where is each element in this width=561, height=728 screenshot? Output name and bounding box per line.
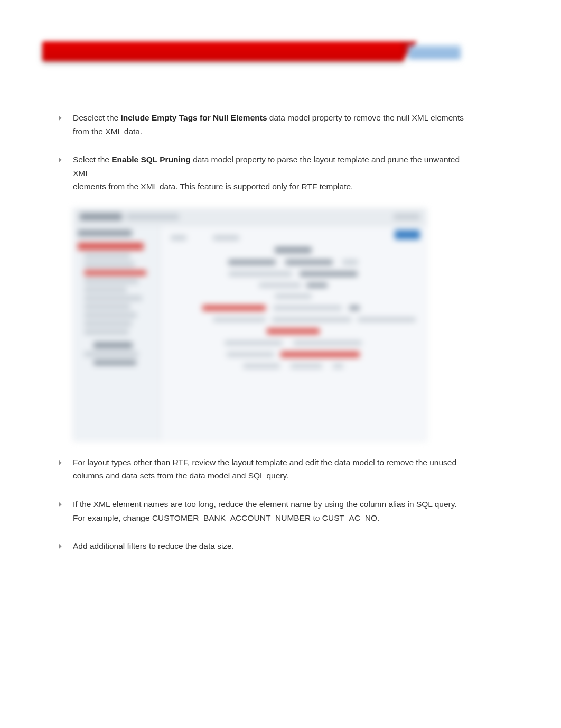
bullet-item: 🞂 For layout types other than RTF, revie… — [57, 456, 464, 483]
text-post: Add additional filters to reduce the dat… — [73, 541, 234, 550]
text-post: For layout types other than RTF, review … — [73, 458, 456, 481]
red-banner-bar — [42, 41, 404, 61]
text-post2: elements from the XML data. This feature… — [73, 182, 353, 191]
bullet-marker-icon: 🞂 — [57, 456, 73, 483]
screenshot-main — [160, 226, 426, 440]
text-pre: Select the — [73, 155, 111, 164]
bullet-marker-icon: 🞂 — [57, 153, 73, 193]
bullet-item: 🞂 Select the Enable SQL Pruning data mod… — [57, 153, 464, 193]
document-content: 🞂 Deselect the Include Empty Tags for Nu… — [57, 111, 464, 568]
bullet-text: For layout types other than RTF, review … — [73, 456, 464, 483]
bullet-marker-icon: 🞂 — [57, 539, 73, 553]
bullet-text: Add additional filters to reduce the dat… — [73, 539, 464, 553]
bullet-item: 🞂 Add additional filters to reduce the d… — [57, 539, 464, 553]
text-pre: Deselect the — [73, 113, 120, 122]
bullet-marker-icon: 🞂 — [57, 111, 73, 138]
screenshot-topbar — [73, 209, 426, 226]
screenshot-sidebar — [73, 226, 160, 440]
text-bold: Include Empty Tags for Null Elements — [120, 113, 267, 122]
blue-badge — [408, 45, 461, 59]
bullet-item: 🞂 Deselect the Include Empty Tags for Nu… — [57, 111, 464, 138]
bullet-text: If the XML element names are too long, r… — [73, 497, 464, 524]
bullet-marker-icon: 🞂 — [57, 497, 73, 524]
text-bold: Enable SQL Pruning — [111, 155, 191, 164]
bullet-item: 🞂 If the XML element names are too long,… — [57, 497, 464, 524]
text-post: If the XML element names are too long, r… — [73, 500, 457, 522]
screenshot-save-button — [395, 230, 420, 239]
header-banner — [42, 41, 465, 68]
bullet-text: Deselect the Include Empty Tags for Null… — [73, 111, 464, 138]
bullet-text: Select the Enable SQL Pruning data model… — [73, 153, 464, 193]
embedded-screenshot — [73, 208, 427, 441]
